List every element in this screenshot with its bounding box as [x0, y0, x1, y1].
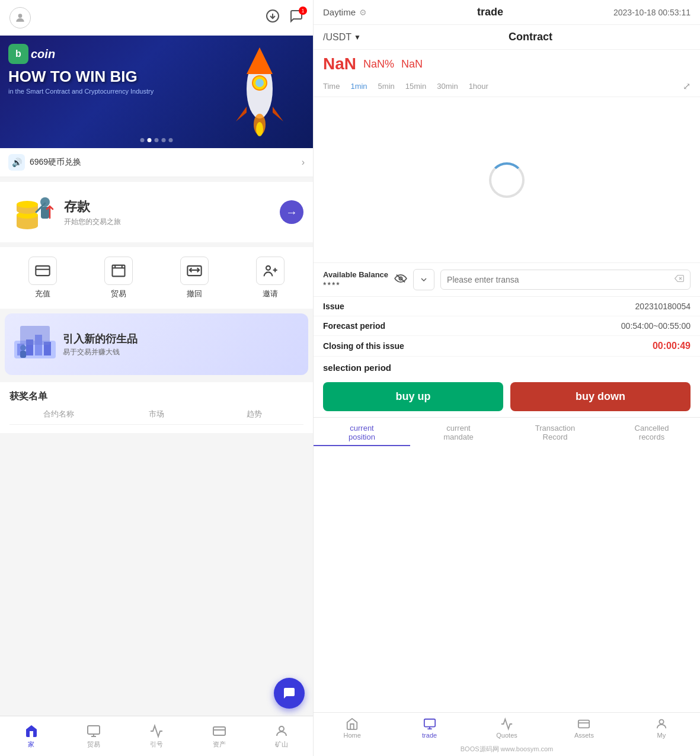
right-nav-assets[interactable]: Assets — [545, 713, 622, 742]
banner-text: HOW TO WIN BIG in the Smart Contract and… — [8, 68, 154, 95]
left-nav-home-label: 家 — [28, 740, 34, 749]
contract-header: /USDT ▼ Contract — [314, 25, 700, 50]
issue-row: Issue 202310180054 — [314, 297, 700, 316]
derivatives-banner[interactable]: 引入新的衍生品 易于交易并赚大钱 — [5, 313, 308, 375]
download-icon[interactable] — [266, 9, 280, 27]
deposit-subtitle: 开始您的交易之旅 — [64, 217, 273, 227]
right-nav-quotes[interactable]: Quotes — [468, 713, 545, 742]
banner-dot-1 — [140, 138, 145, 142]
time-30min[interactable]: 30min — [437, 82, 458, 91]
forecast-key: Forecast period — [323, 321, 385, 331]
menu-label-withdraw: 撤回 — [187, 289, 202, 299]
time-1min[interactable]: 1min — [350, 82, 367, 91]
price-row: NaN NaN% NaN — [314, 50, 700, 78]
svg-point-0 — [18, 14, 23, 18]
menu-row: 充值 贸易 撤回 — [0, 247, 313, 309]
contract-label: Contract — [370, 31, 691, 43]
svg-point-34 — [20, 345, 26, 351]
banner-rocket-area — [218, 41, 301, 145]
menu-label-trade: 贸易 — [111, 289, 126, 299]
svg-rect-20 — [113, 265, 125, 277]
left-nav-home[interactable]: 家 — [0, 724, 63, 749]
price-main: NaN — [323, 55, 356, 73]
closing-key: Closing of this issue — [323, 341, 404, 351]
clear-icon[interactable] — [675, 274, 684, 286]
balance-info: Available Balance **** — [323, 270, 388, 290]
selection-period-header: selection period — [314, 357, 700, 376]
deposit-section: 存款 开始您的交易之旅 → — [0, 182, 313, 242]
topbar-daytime: Daytime — [323, 7, 356, 17]
menu-item-invite[interactable]: 邀请 — [256, 257, 285, 299]
buy-up-button[interactable]: buy up — [323, 382, 503, 411]
eye-icon[interactable] — [394, 274, 407, 286]
closing-value: 00:00:49 — [653, 341, 691, 351]
right-nav-home[interactable]: Home — [314, 713, 391, 742]
trade-icon — [104, 257, 133, 285]
tab-cancelled-records[interactable]: Cancelled records — [603, 418, 700, 446]
right-topbar-left: Daytime ⚙ — [323, 7, 367, 17]
banner-dot-3[interactable] — [155, 138, 159, 142]
message-icon[interactable]: 1 — [289, 9, 303, 27]
selection-period-label: selection period — [323, 363, 391, 373]
deposit-info: 存款 开始您的交易之旅 — [64, 198, 273, 227]
tab-current-mandate[interactable]: current mandate — [410, 418, 507, 446]
transaction-input[interactable] — [447, 275, 675, 284]
forecast-row: Forecast period 00:54:00~00:55:00 — [314, 316, 700, 336]
balance-label: Available Balance — [323, 270, 388, 279]
svg-rect-46 — [424, 719, 434, 727]
menu-item-withdraw[interactable]: 撤回 — [180, 257, 209, 299]
banner: b coin HOW TO WIN BIG in the Smart Contr… — [0, 36, 313, 148]
buy-down-button[interactable]: buy down — [510, 382, 691, 411]
right-panel: Daytime ⚙ trade 2023-10-18 00:53:11 /USD… — [313, 0, 700, 756]
expand-icon[interactable]: ⤢ — [683, 81, 691, 92]
right-topbar: Daytime ⚙ trade 2023-10-18 00:53:11 — [314, 0, 700, 25]
announcement-bar[interactable]: 🔊 6969硬币兑换 › — [0, 148, 313, 177]
deposit-arrow-button[interactable]: → — [280, 200, 303, 224]
left-nav-trade-label: 贸易 — [87, 740, 100, 749]
menu-item-recharge[interactable]: 充值 — [28, 257, 57, 299]
left-nav-signals-label: 引号 — [150, 740, 163, 749]
left-nav-mining[interactable]: 矿山 — [250, 724, 313, 749]
left-nav-signals[interactable]: 引号 — [125, 724, 188, 749]
time-5min[interactable]: 5min — [378, 82, 395, 91]
svg-point-14 — [17, 201, 38, 208]
tab-transaction-record[interactable]: Transaction Record — [507, 418, 603, 446]
banner-dot-2[interactable] — [148, 138, 152, 142]
svg-rect-39 — [213, 727, 225, 735]
derivatives-text: 引入新的衍生品 易于交易并赚大钱 — [63, 332, 138, 357]
left-nav-trade[interactable]: 贸易 — [63, 724, 126, 749]
svg-point-8 — [256, 122, 263, 136]
issue-value: 202310180054 — [635, 302, 691, 311]
deposit-illustration — [9, 191, 57, 233]
forecast-value: 00:54:00~00:55:00 — [621, 321, 691, 331]
balance-row: Available Balance **** — [314, 263, 700, 297]
balance-dropdown[interactable] — [413, 269, 434, 290]
tab-transaction-record-label: Transaction Record — [535, 424, 575, 441]
banner-dot-5[interactable] — [169, 138, 173, 142]
right-nav-trade[interactable]: trade — [391, 713, 468, 742]
derivatives-subtitle: 易于交易并赚大钱 — [63, 347, 138, 357]
balance-stars: **** — [323, 280, 388, 290]
topbar-gear-icon: ⚙ — [359, 8, 367, 17]
tab-current-position[interactable]: current position — [314, 418, 410, 446]
svg-rect-36 — [88, 726, 100, 734]
svg-point-41 — [279, 726, 284, 731]
right-nav-my[interactable]: My — [623, 713, 700, 742]
left-nav-assets[interactable]: 资产 — [188, 724, 251, 749]
announce-arrow: › — [302, 157, 305, 168]
right-nav-home-label: Home — [344, 732, 361, 739]
derivatives-title: 引入新的衍生品 — [63, 332, 138, 346]
right-bottom-nav: Home trade Quotes Assets My — [314, 712, 700, 742]
banner-logo-icon: b — [8, 44, 28, 64]
contract-pair[interactable]: /USDT ▼ — [323, 32, 361, 43]
time-15min[interactable]: 15min — [405, 82, 426, 91]
avatar[interactable] — [9, 7, 31, 28]
banner-dot-4[interactable] — [162, 138, 166, 142]
left-topbar: 1 — [0, 0, 313, 36]
chat-fab[interactable] — [274, 678, 305, 709]
time-1hour[interactable]: 1hour — [469, 82, 488, 91]
svg-marker-5 — [236, 107, 247, 121]
time-label: Time — [323, 82, 340, 91]
winners-title: 获奖名单 — [9, 390, 303, 403]
menu-item-trade[interactable]: 贸易 — [104, 257, 133, 299]
